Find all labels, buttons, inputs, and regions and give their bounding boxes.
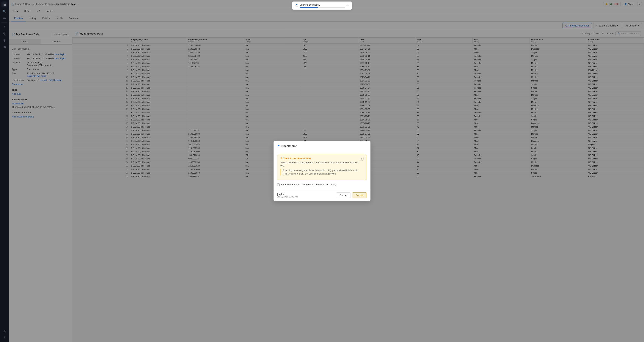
cancel-button[interactable]: Cancel [336,192,350,198]
modal-overlay[interactable]: ⚑ Checkpoint ⚠ Data Export Restriction P… [0,0,644,342]
modal-header: ⚑ Checkpoint [274,141,370,151]
download-label: Verifying download... [300,4,345,6]
download-notification: Verifying download... × [292,2,352,10]
warning-title: ⚠ Data Export Restriction [280,157,360,160]
flag-icon: ⚑ [277,144,280,148]
modal-actions: Cancel Submit [336,192,367,198]
progress-bar-bg [300,7,345,8]
download-progress: Verifying download... [300,4,345,8]
modal-body: ⚠ Data Export Restriction Please ensure … [274,151,370,190]
warning-quote-text: Exporting personally identifiable inform… [283,169,360,176]
policy-checkbox[interactable] [277,184,280,186]
modal-user-date: Jun 3, 2024, 11:41 AM [277,196,298,198]
modal-title: Checkpoint [281,144,297,148]
warning-icon: ⚠ [280,157,283,160]
progress-bar-fill [300,7,318,8]
download-spinner [295,4,298,7]
policy-checkbox-label[interactable]: I agree that the exported data conform t… [281,183,336,186]
policy-checkbox-row: I agree that the exported data conform t… [277,183,367,186]
close-notification-btn[interactable]: × [347,4,349,7]
warning-quote: Exporting personally identifiable inform… [280,169,360,176]
modal-footer: jtaylor Jun 3, 2024, 11:41 AM Cancel Sub… [274,190,370,201]
submit-button[interactable]: Submit [352,192,367,198]
warning-help-icon[interactable]: ? [360,157,364,161]
warning-banner: ⚠ Data Export Restriction Please ensure … [277,154,367,180]
checkpoint-modal: ⚑ Checkpoint ⚠ Data Export Restriction P… [274,141,370,201]
modal-user-name: jtaylor [277,193,298,196]
warning-text: Please ensure that data exported is not … [280,161,360,166]
modal-user-info: jtaylor Jun 3, 2024, 11:41 AM [277,193,298,198]
